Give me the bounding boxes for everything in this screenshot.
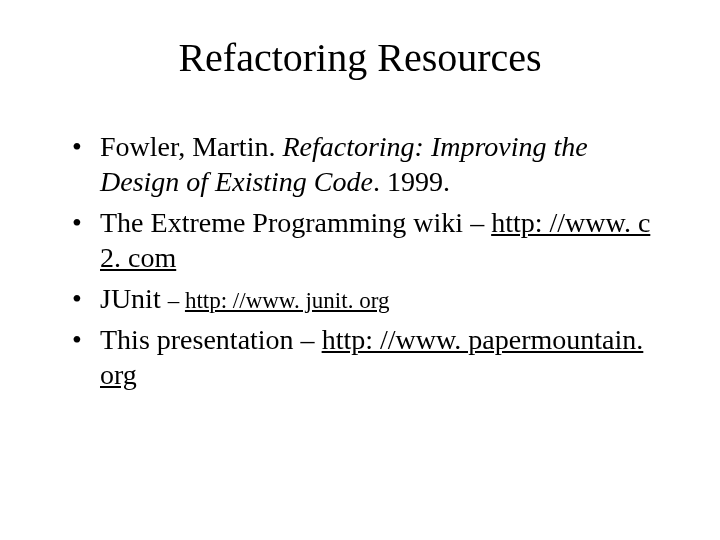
junit-dash: – — [168, 288, 185, 313]
slide: Refactoring Resources Fowler, Martin. Re… — [0, 0, 720, 540]
slide-title: Refactoring Resources — [50, 34, 670, 81]
wiki-text: The Extreme Programming wiki – — [100, 207, 491, 238]
bullet-list: Fowler, Martin. Refactoring: Improving t… — [50, 129, 670, 392]
bullet-item-wiki: The Extreme Programming wiki – http: //w… — [72, 205, 670, 275]
junit-text: JUnit — [100, 283, 168, 314]
bullet-item-presentation: This presentation – http: //www. papermo… — [72, 322, 670, 392]
junit-link[interactable]: http: //www. junit. org — [185, 288, 389, 313]
bullet-item-junit: JUnit – http: //www. junit. org — [72, 281, 670, 316]
bullet-item-book: Fowler, Martin. Refactoring: Improving t… — [72, 129, 670, 199]
year-text: . 1999. — [373, 166, 450, 197]
author-text: Fowler, Martin. — [100, 131, 282, 162]
presentation-text: This presentation – — [100, 324, 322, 355]
